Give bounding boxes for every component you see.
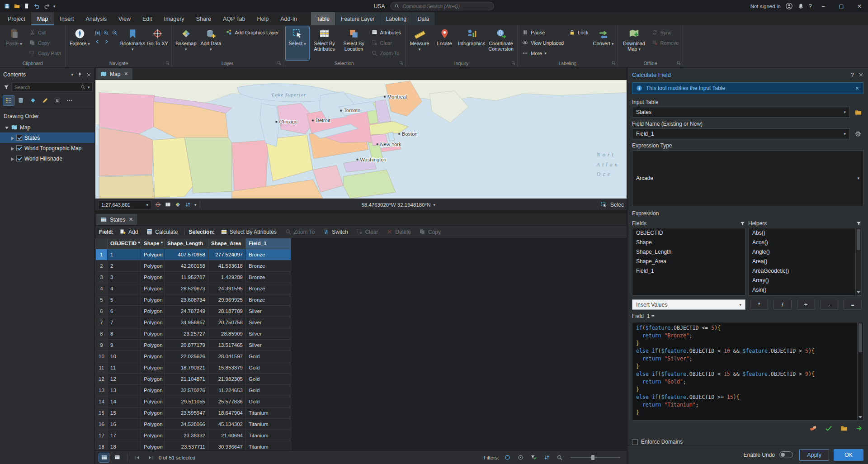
column-header-field-1[interactable]: Field_1 [246, 238, 291, 249]
explore-button[interactable]: Explore ▾ [68, 26, 91, 60]
cell[interactable]: 24.787249 [165, 305, 208, 317]
layer-item-world-topographic-map[interactable]: World Topographic Map [0, 143, 94, 153]
editor-scrollbar[interactable] [857, 322, 863, 420]
enforce-domains-checkbox[interactable] [632, 439, 638, 445]
maximize-button[interactable]: ▢ [835, 1, 848, 12]
sort-button[interactable] [542, 453, 552, 462]
cell[interactable]: 42.260158 [165, 260, 208, 271]
table-row[interactable]: 11Polygon407.570958277.524097Bronze [96, 249, 291, 260]
full-extent-button[interactable] [94, 29, 101, 37]
last-record-button[interactable] [146, 453, 156, 462]
insert-values-select[interactable]: Insert Values ▾ [632, 299, 745, 310]
selection-tool-icon[interactable] [600, 201, 607, 208]
zoom-to-button[interactable]: Zoom To [282, 227, 318, 237]
context-tab-labeling[interactable]: Labeling [381, 12, 412, 25]
cell[interactable]: 23.25727 [165, 328, 208, 339]
cell[interactable]: 11.952787 [165, 271, 208, 283]
cell[interactable]: 11 [108, 362, 141, 373]
row-selector[interactable]: 8 [96, 328, 108, 339]
go-to-xy-button[interactable]: Go To XY [146, 26, 169, 60]
cell[interactable]: Bronze [246, 249, 291, 260]
download-map-button[interactable]: Download Map ▾ [620, 26, 648, 60]
column-header-shape-length[interactable]: Shape_Length [165, 238, 208, 249]
cell[interactable]: 20.750758 [208, 317, 246, 328]
fixed-zoom-in-button[interactable] [102, 29, 110, 37]
cell[interactable]: Polygon [141, 305, 165, 317]
cell[interactable]: 45.134302 [208, 418, 246, 430]
locate-button[interactable]: Locate [433, 26, 456, 60]
cell[interactable]: Polygon [141, 339, 165, 350]
notifications-icon[interactable] [797, 3, 804, 9]
row-selector[interactable]: 17 [96, 430, 108, 441]
dialog-launcher-icon[interactable] [511, 61, 516, 66]
layer-visibility-checkbox[interactable] [16, 135, 22, 141]
copy-path-button[interactable]: Copy Path [27, 49, 63, 57]
row-selector[interactable]: 12 [96, 373, 108, 384]
fields-list[interactable]: OBJECTIDShapeShape_LengthShape_AreaField… [632, 228, 745, 296]
cell[interactable]: 6 [108, 305, 141, 317]
cell[interactable]: 16 [108, 418, 141, 430]
slider-thumb[interactable] [591, 455, 594, 460]
infographics-button[interactable]: Infographics [458, 26, 486, 60]
scroll-down-icon[interactable] [856, 289, 861, 295]
cell[interactable]: 4 [108, 283, 141, 294]
row-selector[interactable]: 15 [96, 407, 108, 418]
ribbon-tab-imagery[interactable]: Imagery [158, 12, 190, 25]
cell[interactable]: 28.187789 [208, 305, 246, 317]
caret-down-icon[interactable]: ▾ [194, 203, 197, 207]
list-by-data-source-button[interactable] [15, 95, 26, 105]
cell[interactable]: Bronze [246, 260, 291, 271]
cell[interactable]: Polygon [141, 384, 165, 396]
filter-option-2-button[interactable] [515, 453, 525, 462]
open-project-button[interactable] [14, 3, 20, 9]
cell[interactable]: Polygon [141, 328, 165, 339]
ribbon-tab-share[interactable]: Share [190, 12, 217, 25]
table-row[interactable]: 66Polygon24.78724928.187789Silver [96, 305, 291, 317]
column-header-shape-area[interactable]: Shape_Area [208, 238, 246, 249]
view-divider[interactable] [95, 210, 627, 213]
row-selector[interactable]: 18 [96, 441, 108, 450]
list-by-selection-button[interactable] [28, 95, 38, 105]
measure-button[interactable]: Measure ▾ [408, 26, 431, 60]
first-record-button[interactable] [132, 453, 142, 462]
add-graphics-layer-button[interactable]: Add Graphics Layer [224, 28, 280, 37]
more-button[interactable]: More▾ [520, 49, 566, 57]
verify-expression-icon[interactable] [825, 424, 833, 432]
table-row[interactable]: 1616Polygon34.52806645.134302Titanium [96, 418, 291, 430]
cell[interactable]: 21.982305 [208, 373, 246, 384]
row-selector[interactable]: 3 [96, 271, 108, 283]
helpers-scrollbar[interactable] [855, 228, 861, 295]
cell[interactable]: Polygon [141, 441, 165, 450]
row-selector[interactable]: 2 [96, 260, 108, 271]
row-selector[interactable]: 11 [96, 362, 108, 373]
table-row[interactable]: 22Polygon42.26015841.533618Bronze [96, 260, 291, 271]
cell[interactable]: Polygon [141, 430, 165, 441]
select-by-attributes-button[interactable]: Select By Attributes [217, 227, 280, 237]
cell[interactable]: Polygon [141, 350, 165, 362]
context-tab-data[interactable]: Data [412, 12, 435, 25]
ribbon-tab-help[interactable]: Help [251, 12, 275, 25]
layer-visibility-checkbox[interactable] [16, 156, 22, 161]
cell[interactable]: Gold [246, 384, 291, 396]
delete-selection-button[interactable]: Delete [383, 227, 414, 237]
table-row[interactable]: 77Polygon34.95685720.750758Silver [96, 317, 291, 328]
cell[interactable]: Polygon [141, 317, 165, 328]
clear-selection-button[interactable]: Clear [353, 227, 382, 237]
cell[interactable]: Polygon [141, 418, 165, 430]
row-height-slider[interactable] [571, 457, 620, 458]
cell[interactable]: 34.528066 [165, 418, 208, 430]
expander-icon[interactable] [11, 137, 14, 140]
cell[interactable]: Polygon [141, 294, 165, 305]
dialog-launcher-icon[interactable] [165, 61, 170, 66]
undo-button[interactable] [33, 3, 40, 9]
cell[interactable]: 20.877179 [165, 339, 208, 350]
table-row[interactable]: 1212Polygon21.10487121.982305Gold [96, 373, 291, 384]
cell[interactable]: 41.533618 [208, 260, 246, 271]
lock-button[interactable]: Lock [567, 28, 590, 37]
cell[interactable]: 23.608734 [165, 294, 208, 305]
grid-tool-icon[interactable] [165, 201, 171, 208]
fields-filter-icon[interactable] [740, 221, 745, 227]
table-row[interactable]: 99Polygon20.87717913.517465Silver [96, 339, 291, 350]
ribbon-tab-map[interactable]: Map [31, 12, 54, 25]
field-item[interactable]: OBJECTID [632, 228, 745, 238]
